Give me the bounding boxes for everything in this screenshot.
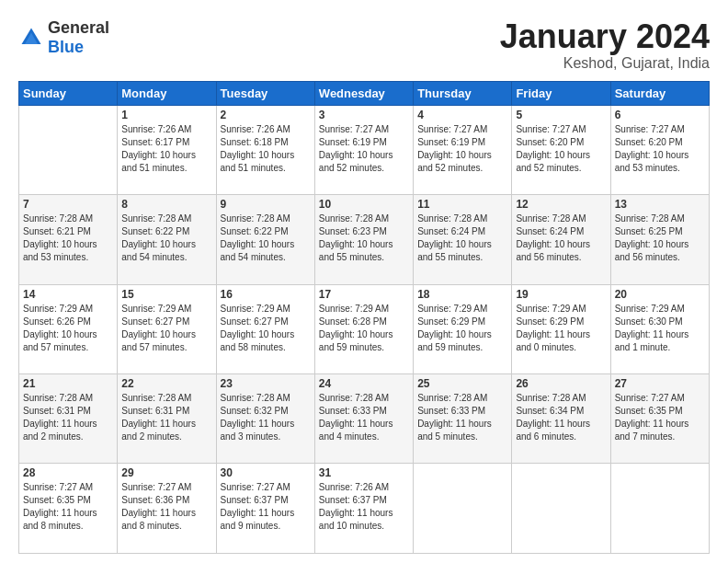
cell-info: Sunrise: 7:28 AMSunset: 6:33 PMDaylight:… [319,392,409,443]
day-number: 17 [319,288,409,301]
day-number: 9 [221,198,311,211]
day-number: 15 [121,288,211,301]
day-number: 26 [516,377,606,390]
cell-info: Sunrise: 7:28 AMSunset: 6:34 PMDaylight:… [516,392,606,443]
table-row [414,464,512,554]
day-number: 14 [23,288,113,301]
table-row: 29Sunrise: 7:27 AMSunset: 6:36 PMDayligh… [118,464,216,554]
table-row: 19Sunrise: 7:29 AMSunset: 6:29 PMDayligh… [512,284,610,373]
col-friday: Friday [512,81,610,105]
table-row: 4Sunrise: 7:27 AMSunset: 6:19 PMDaylight… [414,105,512,194]
logo-blue: Blue [48,38,84,56]
table-row: 13Sunrise: 7:28 AMSunset: 6:25 PMDayligh… [610,195,709,284]
logo-text: General Blue [48,18,109,57]
calendar-week-row: 28Sunrise: 7:27 AMSunset: 6:35 PMDayligh… [19,464,710,554]
day-number: 3 [319,109,409,121]
table-row: 18Sunrise: 7:29 AMSunset: 6:29 PMDayligh… [414,284,512,373]
table-row: 7Sunrise: 7:28 AMSunset: 6:21 PMDaylight… [19,195,118,284]
table-row: 12Sunrise: 7:28 AMSunset: 6:24 PMDayligh… [512,195,610,284]
day-number: 16 [221,288,311,301]
cell-info: Sunrise: 7:28 AMSunset: 6:25 PMDaylight:… [615,213,705,264]
location: Keshod, Gujarat, India [500,55,710,72]
calendar-week-row: 1Sunrise: 7:26 AMSunset: 6:17 PMDaylight… [19,105,710,194]
cell-info: Sunrise: 7:27 AMSunset: 6:20 PMDaylight:… [615,123,705,175]
table-row: 6Sunrise: 7:27 AMSunset: 6:20 PMDaylight… [610,105,709,194]
cell-info: Sunrise: 7:29 AMSunset: 6:27 PMDaylight:… [221,303,311,354]
day-number: 28 [23,466,113,479]
table-row: 14Sunrise: 7:29 AMSunset: 6:26 PMDayligh… [19,284,118,373]
table-row: 28Sunrise: 7:27 AMSunset: 6:35 PMDayligh… [19,464,118,554]
month-title: January 2024 [500,18,710,55]
table-row: 21Sunrise: 7:28 AMSunset: 6:31 PMDayligh… [19,374,118,464]
cell-info: Sunrise: 7:28 AMSunset: 6:24 PMDaylight:… [417,213,507,264]
table-row: 22Sunrise: 7:28 AMSunset: 6:31 PMDayligh… [118,374,216,464]
cell-info: Sunrise: 7:27 AMSunset: 6:20 PMDaylight:… [516,123,606,175]
logo: General Blue [18,18,109,57]
table-row: 1Sunrise: 7:26 AMSunset: 6:17 PMDaylight… [118,105,216,194]
day-number: 5 [516,109,606,121]
table-row: 25Sunrise: 7:28 AMSunset: 6:33 PMDayligh… [414,374,512,464]
day-number: 20 [615,288,705,301]
day-number: 12 [516,198,606,211]
day-number: 25 [417,377,507,390]
day-number: 21 [23,377,113,390]
cell-info: Sunrise: 7:28 AMSunset: 6:33 PMDaylight:… [417,392,507,443]
calendar-header-row: Sunday Monday Tuesday Wednesday Thursday… [19,81,710,105]
table-row [19,105,118,194]
day-number: 2 [221,109,311,121]
day-number: 23 [221,377,311,390]
logo-icon [18,25,44,51]
day-number: 11 [417,198,507,211]
cell-info: Sunrise: 7:28 AMSunset: 6:31 PMDaylight:… [23,392,113,443]
day-number: 27 [615,377,705,390]
day-number: 1 [121,109,211,121]
day-number: 10 [319,198,409,211]
cell-info: Sunrise: 7:29 AMSunset: 6:26 PMDaylight:… [23,303,113,354]
cell-info: Sunrise: 7:27 AMSunset: 6:36 PMDaylight:… [121,481,211,533]
calendar-table: Sunday Monday Tuesday Wednesday Thursday… [18,81,710,554]
table-row: 10Sunrise: 7:28 AMSunset: 6:23 PMDayligh… [314,195,413,284]
day-number: 13 [615,198,705,211]
cell-info: Sunrise: 7:27 AMSunset: 6:19 PMDaylight:… [319,123,409,175]
day-number: 22 [121,377,211,390]
page: General Blue January 2024 Keshod, Gujara… [0,0,728,563]
table-row: 15Sunrise: 7:29 AMSunset: 6:27 PMDayligh… [118,284,216,373]
cell-info: Sunrise: 7:27 AMSunset: 6:19 PMDaylight:… [417,123,507,175]
table-row: 20Sunrise: 7:29 AMSunset: 6:30 PMDayligh… [610,284,709,373]
col-thursday: Thursday [414,81,512,105]
col-tuesday: Tuesday [216,81,314,105]
table-row: 26Sunrise: 7:28 AMSunset: 6:34 PMDayligh… [512,374,610,464]
day-number: 31 [319,466,409,479]
logo-general: General [48,18,109,37]
table-row [512,464,610,554]
table-row: 17Sunrise: 7:29 AMSunset: 6:28 PMDayligh… [314,284,413,373]
cell-info: Sunrise: 7:28 AMSunset: 6:32 PMDaylight:… [221,392,311,443]
header: General Blue January 2024 Keshod, Gujara… [18,18,710,72]
day-number: 8 [121,198,211,211]
table-row: 2Sunrise: 7:26 AMSunset: 6:18 PMDaylight… [216,105,314,194]
title-block: January 2024 Keshod, Gujarat, India [500,18,710,72]
cell-info: Sunrise: 7:26 AMSunset: 6:17 PMDaylight:… [121,123,211,175]
cell-info: Sunrise: 7:27 AMSunset: 6:35 PMDaylight:… [23,481,113,533]
table-row: 5Sunrise: 7:27 AMSunset: 6:20 PMDaylight… [512,105,610,194]
calendar-week-row: 14Sunrise: 7:29 AMSunset: 6:26 PMDayligh… [19,284,710,373]
cell-info: Sunrise: 7:29 AMSunset: 6:29 PMDaylight:… [516,303,606,354]
table-row: 31Sunrise: 7:26 AMSunset: 6:37 PMDayligh… [314,464,413,554]
table-row: 3Sunrise: 7:27 AMSunset: 6:19 PMDaylight… [314,105,413,194]
col-monday: Monday [118,81,216,105]
cell-info: Sunrise: 7:28 AMSunset: 6:23 PMDaylight:… [319,213,409,264]
cell-info: Sunrise: 7:27 AMSunset: 6:35 PMDaylight:… [615,392,705,443]
cell-info: Sunrise: 7:29 AMSunset: 6:29 PMDaylight:… [417,303,507,354]
cell-info: Sunrise: 7:28 AMSunset: 6:21 PMDaylight:… [23,213,113,264]
cell-info: Sunrise: 7:28 AMSunset: 6:31 PMDaylight:… [121,392,211,443]
day-number: 24 [319,377,409,390]
table-row: 9Sunrise: 7:28 AMSunset: 6:22 PMDaylight… [216,195,314,284]
calendar-week-row: 21Sunrise: 7:28 AMSunset: 6:31 PMDayligh… [19,374,710,464]
table-row: 16Sunrise: 7:29 AMSunset: 6:27 PMDayligh… [216,284,314,373]
table-row: 11Sunrise: 7:28 AMSunset: 6:24 PMDayligh… [414,195,512,284]
table-row: 24Sunrise: 7:28 AMSunset: 6:33 PMDayligh… [314,374,413,464]
cell-info: Sunrise: 7:29 AMSunset: 6:28 PMDaylight:… [319,303,409,354]
col-wednesday: Wednesday [314,81,413,105]
cell-info: Sunrise: 7:29 AMSunset: 6:27 PMDaylight:… [121,303,211,354]
table-row: 23Sunrise: 7:28 AMSunset: 6:32 PMDayligh… [216,374,314,464]
